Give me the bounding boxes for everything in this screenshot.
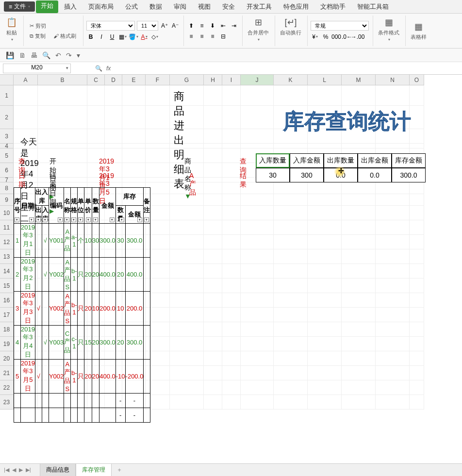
cell-G18[interactable] xyxy=(170,322,204,337)
copy-button[interactable]: ⧉复制 xyxy=(27,32,49,41)
cell-H19[interactable] xyxy=(204,337,222,351)
row-header-2[interactable]: 2 xyxy=(0,106,14,129)
row-header-13[interactable]: 13 xyxy=(0,249,14,264)
cell-I21[interactable] xyxy=(222,366,241,380)
cell-I6[interactable] xyxy=(222,163,241,178)
cell-N1[interactable] xyxy=(376,85,410,106)
cell-D4[interactable] xyxy=(105,144,122,148)
col-header-G[interactable]: G xyxy=(170,75,204,85)
cell-H23[interactable] xyxy=(204,395,222,410)
row-header-19[interactable]: 19 xyxy=(0,337,14,351)
cell-M4[interactable] xyxy=(342,144,376,148)
col-header-M[interactable]: M xyxy=(342,75,376,85)
cell-L23[interactable] xyxy=(308,395,342,410)
cell-H21[interactable] xyxy=(204,366,222,380)
filter-icon[interactable]: ▾ xyxy=(93,217,98,222)
row-header-15[interactable]: 15 xyxy=(0,279,14,293)
cell-L22[interactable] xyxy=(308,380,342,395)
menu-特色应用[interactable]: 特色应用 xyxy=(278,0,314,13)
cell-F5[interactable] xyxy=(146,148,170,163)
clear-format-icon[interactable]: ◇▾ xyxy=(150,33,159,41)
cell-O19[interactable] xyxy=(410,337,424,351)
merge-split-icon[interactable]: ⊟ xyxy=(219,32,228,41)
cell-G20[interactable] xyxy=(170,351,204,366)
col-header-A[interactable]: A xyxy=(14,75,38,85)
cell-M17[interactable] xyxy=(342,308,376,322)
comma-icon[interactable]: 000 xyxy=(332,33,341,41)
menu-审阅[interactable]: 审阅 xyxy=(168,0,192,13)
table-row[interactable]: 22019年3月2日√Y002A产品Sb-1只2020400.020400.0 xyxy=(14,258,150,292)
menu-安全[interactable]: 安全 xyxy=(216,0,241,13)
cell-E6[interactable] xyxy=(122,163,146,178)
col-header-N[interactable]: N xyxy=(376,75,410,85)
cell-K10[interactable] xyxy=(274,206,308,220)
cell-G13[interactable] xyxy=(170,249,204,264)
row-header-3[interactable]: 3 xyxy=(0,129,14,144)
cell-L10[interactable] xyxy=(308,206,342,220)
borders-icon[interactable]: ▦▾ xyxy=(118,33,127,41)
cell-L11[interactable] xyxy=(308,220,342,235)
cell-A1[interactable] xyxy=(14,85,38,106)
filter-icon[interactable]: ▾ xyxy=(137,217,142,222)
cell-A2[interactable] xyxy=(14,106,38,129)
cell-I23[interactable] xyxy=(222,395,241,410)
format-painter-button[interactable]: 🖌格式刷 xyxy=(50,32,79,41)
menu-公式[interactable]: 公式 xyxy=(119,0,144,13)
number-format-select[interactable]: 常规 xyxy=(311,21,369,31)
cell-G19[interactable] xyxy=(170,337,204,351)
cell-L8[interactable] xyxy=(308,182,342,194)
filter-icon[interactable]: ▾ xyxy=(144,217,149,222)
cell-E1[interactable] xyxy=(122,85,146,106)
indent-right-icon[interactable]: ⇥ xyxy=(230,21,238,30)
cell-N13[interactable] xyxy=(376,249,410,264)
align-top-icon[interactable]: ⬆ xyxy=(187,21,196,30)
cell-J3[interactable] xyxy=(241,129,274,144)
cell-M23[interactable] xyxy=(342,395,376,410)
font-color-icon[interactable]: A▾ xyxy=(140,33,148,41)
cell-H11[interactable] xyxy=(204,220,222,235)
cut-button[interactable]: ✂剪切 xyxy=(27,21,79,31)
row-header-14[interactable]: 14 xyxy=(0,264,14,279)
select-all-corner[interactable] xyxy=(0,75,14,85)
cell-I10[interactable] xyxy=(222,206,241,220)
cell-H14[interactable] xyxy=(204,264,222,279)
cell-H16[interactable] xyxy=(204,293,222,308)
cell-J10[interactable] xyxy=(241,206,274,220)
cell-M18[interactable] xyxy=(342,322,376,337)
cell-H18[interactable] xyxy=(204,322,222,337)
cell-I17[interactable] xyxy=(222,308,241,322)
cell-H15[interactable] xyxy=(204,279,222,293)
cell-L12[interactable] xyxy=(308,235,342,249)
conditional-format-button[interactable]: ▦条件格式▾ xyxy=(376,16,401,43)
cell-J13[interactable] xyxy=(241,249,274,264)
row-header-8[interactable]: 8 xyxy=(0,182,14,194)
increase-decimal-icon[interactable]: →.00 xyxy=(353,33,362,41)
cell-J2[interactable] xyxy=(241,106,274,129)
cell-H3[interactable] xyxy=(204,129,222,144)
cell-K1[interactable] xyxy=(274,85,308,106)
filter-icon[interactable]: ▾ xyxy=(15,217,19,222)
cell-B4[interactable] xyxy=(38,144,87,148)
filter-icon[interactable]: ▾ xyxy=(110,217,115,222)
search-icon[interactable]: 🔍 xyxy=(95,65,102,72)
name-box[interactable]: M20▾ xyxy=(3,64,71,73)
cell-D1[interactable] xyxy=(105,85,122,106)
cell-J22[interactable] xyxy=(241,380,274,395)
cell-G17[interactable] xyxy=(170,308,204,322)
cell-E3[interactable] xyxy=(122,129,146,144)
table-row[interactable]: -- xyxy=(14,408,150,423)
row-header-16[interactable]: 16 xyxy=(0,293,14,308)
cell-H1[interactable] xyxy=(204,85,222,106)
save-as-icon[interactable]: 🗎 xyxy=(19,51,26,59)
cell-I4[interactable] xyxy=(222,144,241,148)
cell-L4[interactable] xyxy=(308,144,342,148)
percent-icon[interactable]: % xyxy=(321,33,330,41)
col-header-L[interactable]: L xyxy=(308,75,342,85)
cell-N16[interactable] xyxy=(376,293,410,308)
cell-N17[interactable] xyxy=(376,308,410,322)
cell-B2[interactable] xyxy=(38,106,87,129)
cell-I8[interactable] xyxy=(222,182,241,194)
cell-J20[interactable] xyxy=(241,351,274,366)
cell-M13[interactable] xyxy=(342,249,376,264)
underline-icon[interactable]: U xyxy=(108,33,116,41)
